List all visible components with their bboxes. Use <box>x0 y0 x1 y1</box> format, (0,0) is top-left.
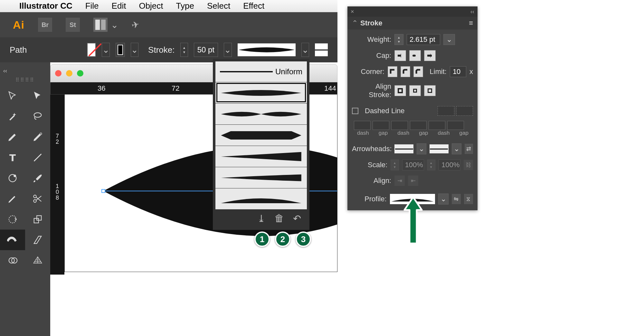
svg-rect-15 <box>412 55 416 57</box>
lasso-tool[interactable] <box>25 106 50 127</box>
menu-type[interactable]: Type <box>176 1 194 11</box>
align-arrow-tip[interactable]: ⇥ <box>394 176 405 186</box>
arrow-start-dd[interactable]: ⌄ <box>417 143 426 154</box>
dashed-label: Dashed Line <box>365 107 405 115</box>
magic-wand-tool[interactable] <box>0 106 25 127</box>
scissors-tool[interactable] <box>25 188 50 209</box>
type-tool[interactable] <box>0 147 25 168</box>
ruler-mark: 108 <box>50 183 64 201</box>
badge-3: 3 <box>296 232 311 247</box>
dash-align-1[interactable] <box>438 106 454 116</box>
width-tool[interactable] <box>0 230 25 250</box>
line-tool[interactable] <box>25 147 50 168</box>
scale-start-spin[interactable]: ▴▾ <box>391 159 399 170</box>
gap-input[interactable] <box>410 121 427 130</box>
collapse-icon[interactable]: ‹‹ <box>470 8 474 15</box>
pen-tool[interactable] <box>0 127 25 147</box>
cap-butt[interactable] <box>394 50 406 61</box>
shape-builder-tool[interactable] <box>0 250 25 271</box>
direct-selection-tool[interactable] <box>25 86 50 106</box>
dashed-checkbox[interactable] <box>352 108 358 114</box>
collapse-icon[interactable]: ‹‹ <box>0 66 50 76</box>
profile-width-3[interactable] <box>215 124 307 146</box>
minimize-traffic-light[interactable] <box>66 70 72 77</box>
limit-input[interactable]: 10 <box>450 66 466 77</box>
link-scale-icon[interactable]: ⛓ <box>464 160 473 170</box>
menu-object[interactable]: Object <box>139 1 163 11</box>
chevron-icon[interactable]: ⌃ <box>352 19 358 27</box>
free-transform-tool[interactable] <box>25 230 50 250</box>
stroke-weight-dropdown[interactable]: ⌄ <box>224 43 232 57</box>
gpu-icon[interactable]: ✈ <box>131 19 140 31</box>
menu-effect[interactable]: Effect <box>243 1 264 11</box>
flip-vertical-icon[interactable]: ⧖ <box>464 194 473 204</box>
cap-projecting[interactable] <box>424 50 436 61</box>
save-profile-icon[interactable]: ⤓ <box>257 213 265 224</box>
dash-input[interactable] <box>354 121 371 130</box>
menu-edit[interactable]: Edit <box>112 1 126 11</box>
scale-end[interactable]: 100% <box>439 159 460 170</box>
weight-dropdown[interactable]: ⌄ <box>443 34 455 45</box>
profile-width-6[interactable] <box>215 188 307 209</box>
profile-width-1[interactable] <box>215 82 307 103</box>
arrow-start[interactable] <box>394 144 413 153</box>
scale-start[interactable]: 100% <box>402 159 424 170</box>
menu-select[interactable]: Select <box>207 1 230 11</box>
scale-end-spin[interactable]: ▴▾ <box>427 159 435 170</box>
fill-swatch[interactable] <box>87 43 96 57</box>
close-traffic-light[interactable] <box>55 70 62 77</box>
width-profile-preview[interactable] <box>238 43 296 56</box>
selection-tool[interactable] <box>0 86 25 106</box>
bridge-link[interactable]: Br <box>38 18 52 32</box>
align-outside[interactable] <box>424 85 436 96</box>
cap-round[interactable] <box>409 50 421 61</box>
reset-profile-icon[interactable]: ↶ <box>293 213 301 224</box>
stroke-dropdown[interactable]: ⌄ <box>131 43 138 57</box>
profile-width-2[interactable] <box>215 103 307 124</box>
corner-bevel[interactable] <box>413 66 423 77</box>
panel-top-bar[interactable]: ×‹‹ <box>347 6 478 17</box>
profile-dd[interactable]: ⌄ <box>438 194 449 204</box>
pencil-tool[interactable] <box>0 188 25 209</box>
vertical-ruler[interactable]: 72 108 <box>50 95 64 275</box>
flip-horizontal-icon[interactable]: ⇋ <box>452 194 461 204</box>
dash-input[interactable] <box>391 121 408 130</box>
align-inside[interactable] <box>409 85 421 96</box>
corner-round[interactable] <box>401 66 410 77</box>
arrange-documents[interactable] <box>93 18 108 32</box>
stroke-swatch[interactable] <box>116 43 125 57</box>
corner-miter[interactable] <box>388 66 397 77</box>
stock-link[interactable]: St <box>66 18 80 32</box>
profile-width-4[interactable] <box>215 146 307 167</box>
align-center[interactable] <box>394 85 406 96</box>
gap-input[interactable] <box>447 121 464 130</box>
dash-align-2[interactable] <box>456 106 473 116</box>
fill-dropdown[interactable]: ⌄ <box>102 43 109 57</box>
panel-grip[interactable]: ⠿⠿⠿⠿ <box>0 76 50 86</box>
weight-input[interactable]: 2.615 pt <box>407 34 440 45</box>
weight-spinner[interactable]: ▴▾ <box>394 34 403 45</box>
profile-uniform[interactable]: Uniform <box>215 61 307 82</box>
scale-tool[interactable] <box>25 209 50 230</box>
profile-width-5[interactable] <box>215 167 307 188</box>
arrow-end[interactable] <box>430 144 449 153</box>
swap-arrows-icon[interactable]: ⇄ <box>465 144 473 154</box>
paintbrush-tool[interactable] <box>25 168 50 188</box>
dash-input[interactable] <box>429 121 445 130</box>
stroke-weight-spinner[interactable]: ▴▾ <box>180 43 188 57</box>
width-profile-dropdown[interactable]: ⌄ <box>301 43 309 57</box>
menu-file[interactable]: File <box>85 1 99 11</box>
chevron-down-icon[interactable]: ⌄ <box>111 20 118 30</box>
gap-input[interactable] <box>373 121 389 130</box>
rotate-tool[interactable] <box>0 209 25 230</box>
close-icon[interactable]: × <box>351 8 354 15</box>
arrow-end-dd[interactable]: ⌄ <box>452 143 461 154</box>
delete-profile-icon[interactable]: 🗑 <box>274 213 284 224</box>
ellipse-tool[interactable] <box>0 168 25 188</box>
zoom-traffic-light[interactable] <box>77 70 83 77</box>
panel-menu-icon[interactable]: ≡ <box>469 19 473 27</box>
align-arrow-path[interactable]: ⇤ <box>408 176 418 186</box>
curvature-tool[interactable] <box>25 127 50 147</box>
stroke-weight-input[interactable]: 50 pt <box>194 43 218 57</box>
perspective-tool[interactable] <box>25 250 50 271</box>
